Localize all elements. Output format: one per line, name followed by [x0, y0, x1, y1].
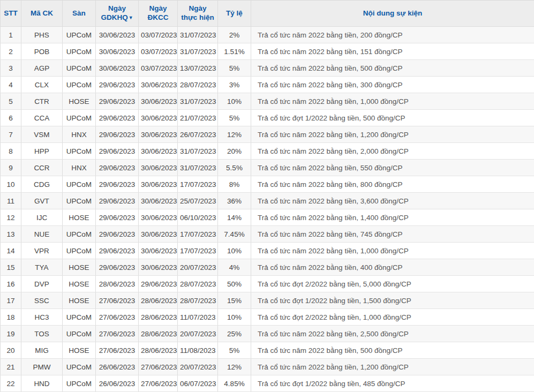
cell-stock-code[interactable]: CCR: [21, 160, 63, 176]
table-row: 3 AGP UPCoM 30/06/2023 03/07/2023 13/07/…: [1, 60, 534, 77]
cell-ratio: 12%: [218, 126, 251, 143]
cell-ex-dividend-date: 29/06/2023: [96, 143, 139, 160]
cell-exchange: HOSE: [63, 342, 96, 359]
cell-stock-code[interactable]: PHS: [21, 27, 63, 43]
cell-execution-date: 28/07/2023: [178, 77, 218, 93]
cell-record-date: 30/06/2023: [139, 259, 178, 276]
cell-exchange: HOSE: [63, 292, 96, 309]
table-row: 12 IJC HOSE 29/06/2023 30/06/2023 06/10/…: [1, 209, 534, 226]
cell-stock-code[interactable]: VSM: [21, 126, 63, 143]
cell-event-content: Trả cổ tức đợt 1/2022 bằng tiền, 500 đồn…: [251, 110, 534, 126]
cell-ratio: 8%: [218, 176, 251, 193]
cell-stock-code[interactable]: GVT: [21, 193, 63, 209]
cell-execution-date: 20/07/2023: [178, 359, 218, 375]
cell-stock-code[interactable]: HND: [21, 375, 63, 392]
table-row: 9 CCR HNX 29/06/2023 30/06/2023 31/07/20…: [1, 160, 534, 176]
header-cell-event-content[interactable]: Nội dung sự kiện: [251, 1, 534, 27]
cell-event-content: Trả cổ tức năm 2022 bằng tiền, 1,400 đồn…: [251, 209, 534, 226]
cell-ex-dividend-date: 30/06/2023: [96, 60, 139, 77]
cell-record-date: 03/07/2023: [139, 27, 178, 43]
table-row: 16 DVP HOSE 28/06/2023 29/06/2023 28/07/…: [1, 276, 534, 292]
cell-event-content: Trả cổ tức đợt 1/2022 bằng tiền, 485 đồn…: [251, 375, 534, 392]
cell-record-date: 30/06/2023: [139, 243, 178, 259]
cell-stock-code[interactable]: SSC: [21, 292, 63, 309]
cell-ratio: 25%: [218, 326, 251, 342]
cell-stock-code[interactable]: PMW: [21, 359, 63, 375]
cell-stt: 13: [1, 226, 21, 243]
cell-stock-code[interactable]: HPP: [21, 143, 63, 160]
cell-stock-code[interactable]: CLX: [21, 77, 63, 93]
cell-exchange: UPCoM: [63, 226, 96, 243]
cell-ratio: 3%: [218, 77, 251, 93]
cell-stock-code[interactable]: TYA: [21, 259, 63, 276]
header-cell-ex-dividend-date[interactable]: Ngày GDKHQ▼: [96, 1, 139, 27]
cell-execution-date: 28/07/2023: [178, 276, 218, 292]
cell-ratio: 10%: [218, 93, 251, 110]
cell-stock-code[interactable]: DVP: [21, 276, 63, 292]
cell-event-content: Trả cổ tức năm 2022 bằng tiền, 3,600 đồn…: [251, 193, 534, 209]
cell-stock-code[interactable]: NUE: [21, 226, 63, 243]
cell-execution-date: 06/10/2023: [178, 209, 218, 226]
cell-exchange: HNX: [63, 160, 96, 176]
cell-record-date: 30/06/2023: [139, 143, 178, 160]
cell-exchange: UPCoM: [63, 43, 96, 60]
cell-ex-dividend-date: 29/06/2023: [96, 126, 139, 143]
cell-exchange: UPCoM: [63, 243, 96, 259]
cell-exchange: UPCoM: [63, 60, 96, 77]
cell-exchange: UPCoM: [63, 326, 96, 342]
cell-exchange: UPCoM: [63, 359, 96, 375]
cell-event-content: Trả cổ tức đợt 2/2022 bằng tiền, 1,000 đ…: [251, 309, 534, 326]
header-cell-execution-date[interactable]: Ngày thực hiện: [178, 1, 218, 27]
cell-ex-dividend-date: 29/06/2023: [96, 209, 139, 226]
cell-stock-code[interactable]: CDG: [21, 176, 63, 193]
cell-execution-date: 20/07/2023: [178, 326, 218, 342]
cell-ex-dividend-date: 29/06/2023: [96, 93, 139, 110]
cell-event-content: Trả cổ tức năm 2022 bằng tiền, 500 đồng/…: [251, 342, 534, 359]
cell-ratio: 4.85%: [218, 375, 251, 392]
cell-event-content: Trả cổ tức năm 2022 bằng tiền, 2,000 đồn…: [251, 143, 534, 160]
cell-execution-date: 31/07/2023: [178, 43, 218, 60]
cell-stt: 17: [1, 292, 21, 309]
cell-stock-code[interactable]: VPR: [21, 243, 63, 259]
cell-record-date: 29/06/2023: [139, 276, 178, 292]
cell-record-date: 28/06/2023: [139, 309, 178, 326]
cell-execution-date: 28/07/2023: [178, 292, 218, 309]
table-row: 17 SSC HOSE 27/06/2023 28/06/2023 28/07/…: [1, 292, 534, 309]
cell-record-date: 27/06/2023: [139, 359, 178, 375]
cell-stock-code[interactable]: TOS: [21, 326, 63, 342]
table-row: 18 HC3 UPCoM 27/06/2023 28/06/2023 11/07…: [1, 309, 534, 326]
cell-ratio: 7.45%: [218, 226, 251, 243]
cell-ratio: 10%: [218, 243, 251, 259]
header-cell-ratio[interactable]: Tỷ lệ: [218, 1, 251, 27]
header-cell-record-date[interactable]: Ngày ĐKCC: [139, 1, 178, 27]
cell-exchange: HOSE: [63, 93, 96, 110]
table-row: 1 PHS UPCoM 30/06/2023 03/07/2023 31/07/…: [1, 27, 534, 43]
header-label-ex-dividend-date: Ngày GDKHQ: [101, 4, 127, 21]
cell-stock-code[interactable]: CTR: [21, 93, 63, 110]
cell-ex-dividend-date: 27/06/2023: [96, 326, 139, 342]
cell-exchange: UPCoM: [63, 110, 96, 126]
cell-stock-code[interactable]: AGP: [21, 60, 63, 77]
cell-stock-code[interactable]: HC3: [21, 309, 63, 326]
header-cell-stock-code[interactable]: Mã CK: [21, 1, 63, 27]
cell-event-content: Trả cổ tức năm 2022 bằng tiền, 200 đồng/…: [251, 27, 534, 43]
cell-record-date: 30/06/2023: [139, 110, 178, 126]
cell-ratio: 5%: [218, 110, 251, 126]
cell-stock-code[interactable]: MIG: [21, 342, 63, 359]
cell-ex-dividend-date: 29/06/2023: [96, 160, 139, 176]
cell-record-date: 03/07/2023: [139, 43, 178, 60]
header-cell-stt[interactable]: STT: [1, 1, 21, 27]
cell-stt: 12: [1, 209, 21, 226]
table-row: 20 MIG HOSE 27/06/2023 28/06/2023 11/08/…: [1, 342, 534, 359]
cell-stock-code[interactable]: CCA: [21, 110, 63, 126]
cell-execution-date: 31/07/2023: [178, 160, 218, 176]
cell-stt: 5: [1, 93, 21, 110]
cell-ratio: 5.5%: [218, 160, 251, 176]
cell-stock-code[interactable]: POB: [21, 43, 63, 60]
cell-execution-date: 13/07/2023: [178, 60, 218, 77]
cell-stock-code[interactable]: IJC: [21, 209, 63, 226]
cell-event-content: Trả cổ tức năm 2022 bằng tiền, 1,000 đồn…: [251, 93, 534, 110]
header-cell-exchange[interactable]: Sàn: [63, 1, 96, 27]
cell-event-content: Trả cổ tức năm 2022 bằng tiền, 400 đồng/…: [251, 259, 534, 276]
cell-record-date: 03/07/2023: [139, 60, 178, 77]
